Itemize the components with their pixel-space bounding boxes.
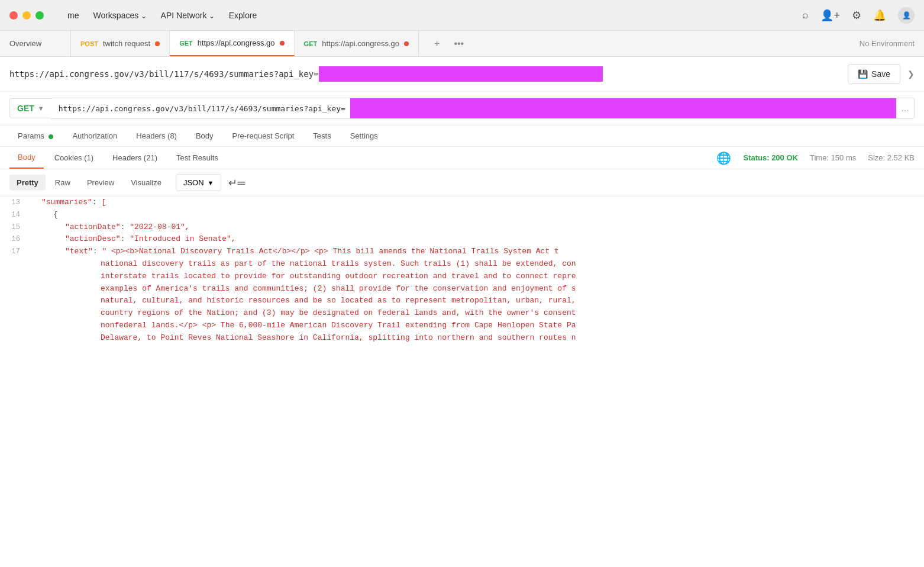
code-line: examples of America's trails and communi… bbox=[0, 283, 924, 295]
params-tabs: Params Authorization Headers (8) Body Pr… bbox=[0, 125, 924, 147]
tab-settings[interactable]: Settings bbox=[342, 125, 386, 146]
line-content: { bbox=[30, 209, 924, 221]
tab-get2-label: https://api.congress.go bbox=[322, 39, 399, 48]
tabs-bar: Overview POST twitch request GET https:/… bbox=[0, 31, 924, 57]
method-label: GET bbox=[17, 104, 34, 113]
tab-params-label: Params bbox=[18, 131, 44, 140]
code-viewer: 13"summaries": [14{15"actionDate": "2022… bbox=[0, 196, 924, 567]
response-status: 🌐 Status: 200 OK Time: 150 ms Size: 2.52… bbox=[716, 151, 915, 165]
new-tab-button[interactable]: + bbox=[431, 36, 443, 51]
line-content: "actionDate": "2022-08-01", bbox=[30, 221, 924, 234]
format-visualize-label: Visualize bbox=[131, 178, 161, 187]
tab-pre-request[interactable]: Pre-request Script bbox=[224, 125, 303, 146]
maximize-button[interactable] bbox=[35, 11, 44, 20]
line-content: "actionDesc": "Introduced in Senate", bbox=[30, 233, 924, 246]
url-bar-container: https://api.congress.gov/v3/bill/117/s/4… bbox=[0, 57, 924, 92]
format-tab-raw[interactable]: Raw bbox=[48, 175, 77, 191]
code-line: 15"actionDate": "2022-08-01", bbox=[0, 221, 924, 234]
tab-cookies-label: Cookies (1) bbox=[54, 153, 93, 162]
tab-post-twitch[interactable]: POST twitch request bbox=[71, 31, 170, 56]
tab-tests[interactable]: Tests bbox=[305, 125, 339, 146]
line-number bbox=[0, 258, 30, 259]
line-number bbox=[0, 307, 30, 308]
nav-items: me Workspaces API Network Explore bbox=[67, 11, 257, 20]
line-number: 13 bbox=[0, 196, 30, 208]
line-number bbox=[0, 332, 30, 333]
json-select-label: JSON bbox=[183, 178, 204, 187]
format-raw-label: Raw bbox=[55, 178, 70, 187]
close-button[interactable] bbox=[9, 11, 18, 20]
code-line: natural, cultural, and historic resource… bbox=[0, 295, 924, 307]
format-tab-pretty[interactable]: Pretty bbox=[9, 175, 46, 191]
line-content: nonfederal lands.</p> <p> The 6,000-mile… bbox=[30, 320, 924, 332]
tab-get-congress-2[interactable]: GET https://api.congress.go bbox=[295, 31, 419, 56]
tab-response-cookies[interactable]: Cookies (1) bbox=[46, 147, 102, 168]
search-icon[interactable]: ⌕ bbox=[802, 9, 809, 21]
tab-post-label: twitch request bbox=[103, 39, 150, 48]
code-line: 13"summaries": [ bbox=[0, 196, 924, 209]
url-input-wrapper[interactable]: https://api.congress.gov/v3/bill/117/s/4… bbox=[51, 98, 915, 119]
nav-explore[interactable]: Explore bbox=[229, 11, 257, 20]
line-content: national discovery trails as part of the… bbox=[30, 258, 924, 270]
line-content: interstate trails located to provide for… bbox=[30, 270, 924, 283]
tab-tests-label: Tests bbox=[313, 131, 331, 140]
tab-resp-headers-label: Headers (21) bbox=[112, 153, 157, 162]
url-display: https://api.congress.gov/v3/bill/117/s/4… bbox=[9, 66, 841, 82]
tab-get2-dot bbox=[404, 41, 409, 46]
tab-response-headers[interactable]: Headers (21) bbox=[104, 147, 166, 168]
line-content: country regions of the Nation; and (3) m… bbox=[30, 307, 924, 320]
tab-body[interactable]: Body bbox=[188, 125, 222, 146]
tab-test-results-label: Test Results bbox=[176, 153, 218, 162]
code-line: 17"text": " <p><b>National Discovery Tra… bbox=[0, 246, 924, 258]
line-content: natural, cultural, and historic resource… bbox=[30, 295, 924, 307]
profile-icon[interactable]: 👤 bbox=[898, 7, 915, 24]
tab-overview[interactable]: Overview bbox=[0, 31, 71, 56]
tab-headers[interactable]: Headers (8) bbox=[128, 125, 185, 146]
tab-get1-method: GET bbox=[179, 40, 193, 47]
line-number: 17 bbox=[0, 246, 30, 257]
tab-overview-label: Overview bbox=[9, 39, 41, 48]
format-tab-preview[interactable]: Preview bbox=[80, 175, 121, 191]
method-dropdown-icon: ▼ bbox=[38, 105, 44, 112]
code-line: Delaware, to Point Reves National Seasho… bbox=[0, 332, 924, 344]
wrap-lines-icon[interactable]: ↵═ bbox=[228, 176, 245, 189]
tab-authorization[interactable]: Authorization bbox=[64, 125, 125, 146]
line-number bbox=[0, 283, 30, 284]
code-line: nonfederal lands.</p> <p> The 6,000-mile… bbox=[0, 320, 924, 332]
url-api-key-highlight bbox=[319, 66, 603, 82]
format-pretty-label: Pretty bbox=[17, 178, 38, 187]
method-select[interactable]: GET ▼ bbox=[9, 98, 51, 118]
tab-params[interactable]: Params bbox=[9, 125, 62, 146]
code-line: interstate trails located to provide for… bbox=[0, 270, 924, 283]
tab-actions: + ••• bbox=[424, 31, 474, 56]
tab-get-congress-1[interactable]: GET https://api.congress.go bbox=[170, 31, 294, 56]
more-tabs-button[interactable]: ••• bbox=[450, 36, 467, 51]
nav-home[interactable]: me bbox=[67, 11, 79, 20]
tab-get1-dot bbox=[280, 41, 285, 46]
tab-response-body[interactable]: Body bbox=[9, 147, 44, 169]
line-number bbox=[0, 295, 30, 295]
save-button[interactable]: 💾 Save bbox=[848, 64, 900, 84]
nav-api-network[interactable]: API Network bbox=[161, 11, 215, 20]
bell-icon[interactable]: 🔔 bbox=[873, 9, 886, 22]
line-content: "summaries": [ bbox=[30, 196, 924, 209]
json-format-select[interactable]: JSON ▼ bbox=[176, 174, 222, 191]
dropdown-arrow-icon[interactable]: ❯ bbox=[907, 69, 915, 79]
gear-icon[interactable]: ⚙ bbox=[852, 9, 861, 22]
tab-pre-label: Pre-request Script bbox=[232, 131, 295, 140]
tab-settings-label: Settings bbox=[350, 131, 378, 140]
url-api-key-input[interactable] bbox=[350, 98, 896, 118]
url-input-text: https://api.congress.gov/v3/bill/117/s/4… bbox=[51, 99, 350, 118]
titlebar-icons: ⌕ 👤+ ⚙ 🔔 👤 bbox=[802, 7, 915, 24]
no-environment[interactable]: No Environment bbox=[850, 31, 924, 56]
minimize-button[interactable] bbox=[22, 11, 31, 20]
line-content: examples of America's trails and communi… bbox=[30, 283, 924, 295]
person-add-icon[interactable]: 👤+ bbox=[820, 9, 840, 22]
url-ellipsis: … bbox=[896, 104, 914, 113]
nav-workspaces[interactable]: Workspaces bbox=[93, 11, 146, 20]
tab-test-results[interactable]: Test Results bbox=[168, 147, 227, 168]
format-tab-visualize[interactable]: Visualize bbox=[124, 175, 169, 191]
params-active-dot bbox=[49, 134, 53, 139]
code-line: national discovery trails as part of the… bbox=[0, 258, 924, 270]
tab-get2-method: GET bbox=[304, 40, 318, 47]
